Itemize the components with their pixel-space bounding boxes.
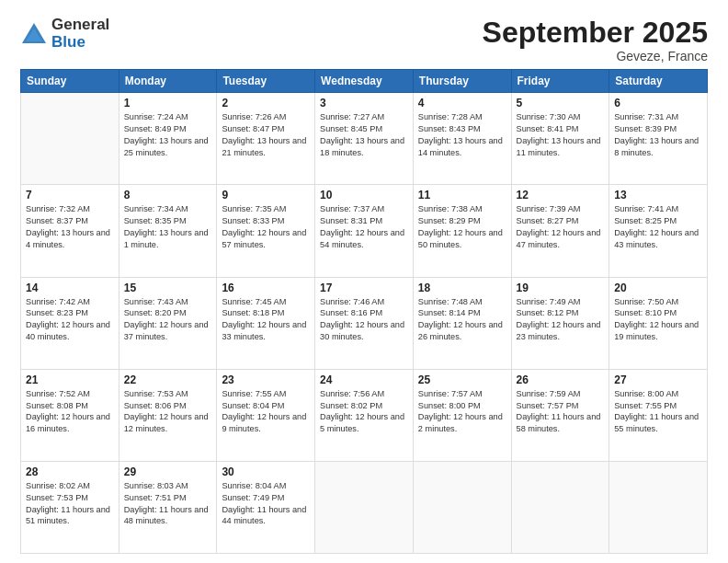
- day-number: 17: [320, 282, 408, 294]
- day-number: 19: [517, 282, 605, 294]
- day-number: 9: [222, 189, 310, 201]
- day-number: 30: [222, 465, 310, 478]
- day-cell: 10Sunrise: 7:37 AMSunset: 8:31 PMDayligh…: [315, 185, 414, 277]
- day-number: 7: [26, 189, 114, 201]
- day-info: Sunrise: 7:38 AMSunset: 8:29 PMDaylight:…: [418, 203, 506, 251]
- day-cell: 16Sunrise: 7:45 AMSunset: 8:18 PMDayligh…: [217, 277, 315, 369]
- day-info: Sunrise: 7:46 AMSunset: 8:16 PMDaylight:…: [320, 296, 408, 344]
- day-number: 4: [418, 97, 506, 109]
- day-number: 2: [222, 97, 310, 109]
- weekday-header-friday: Friday: [511, 70, 609, 93]
- day-info: Sunrise: 7:53 AMSunset: 8:06 PMDaylight:…: [124, 388, 212, 436]
- day-cell: [413, 461, 511, 553]
- weekday-header-saturday: Saturday: [609, 70, 708, 93]
- day-info: Sunrise: 7:39 AMSunset: 8:27 PMDaylight:…: [517, 203, 605, 251]
- day-cell: 3Sunrise: 7:27 AMSunset: 8:45 PMDaylight…: [315, 93, 414, 185]
- week-row-1: 7Sunrise: 7:32 AMSunset: 8:37 PMDaylight…: [21, 185, 708, 277]
- day-info: Sunrise: 7:55 AMSunset: 8:04 PMDaylight:…: [222, 388, 310, 436]
- weekday-header-monday: Monday: [119, 70, 217, 93]
- day-cell: 14Sunrise: 7:42 AMSunset: 8:23 PMDayligh…: [21, 277, 119, 369]
- day-info: Sunrise: 8:04 AMSunset: 7:49 PMDaylight:…: [222, 480, 310, 528]
- day-cell: 2Sunrise: 7:26 AMSunset: 8:47 PMDaylight…: [217, 93, 315, 185]
- day-cell: 27Sunrise: 8:00 AMSunset: 7:55 PMDayligh…: [609, 369, 708, 461]
- day-info: Sunrise: 7:35 AMSunset: 8:33 PMDaylight:…: [222, 203, 310, 251]
- day-cell: 4Sunrise: 7:28 AMSunset: 8:43 PMDaylight…: [413, 93, 511, 185]
- day-info: Sunrise: 7:34 AMSunset: 8:35 PMDaylight:…: [124, 203, 212, 251]
- day-number: 22: [124, 373, 212, 386]
- day-cell: 24Sunrise: 7:56 AMSunset: 8:02 PMDayligh…: [315, 369, 414, 461]
- day-info: Sunrise: 7:57 AMSunset: 8:00 PMDaylight:…: [418, 388, 506, 436]
- day-cell: [511, 461, 609, 553]
- day-info: Sunrise: 7:32 AMSunset: 8:37 PMDaylight:…: [26, 203, 114, 251]
- day-cell: 15Sunrise: 7:43 AMSunset: 8:20 PMDayligh…: [119, 277, 217, 369]
- day-info: Sunrise: 7:56 AMSunset: 8:02 PMDaylight:…: [320, 388, 408, 436]
- day-number: 6: [614, 97, 702, 109]
- day-number: 10: [320, 189, 408, 201]
- day-info: Sunrise: 7:42 AMSunset: 8:23 PMDaylight:…: [26, 296, 114, 344]
- day-number: 1: [124, 97, 212, 109]
- day-info: Sunrise: 7:26 AMSunset: 8:47 PMDaylight:…: [222, 111, 310, 159]
- day-cell: 20Sunrise: 7:50 AMSunset: 8:10 PMDayligh…: [609, 277, 708, 369]
- day-info: Sunrise: 8:00 AMSunset: 7:55 PMDaylight:…: [614, 388, 702, 436]
- day-cell: 23Sunrise: 7:55 AMSunset: 8:04 PMDayligh…: [217, 369, 315, 461]
- day-info: Sunrise: 7:48 AMSunset: 8:14 PMDaylight:…: [418, 296, 506, 344]
- day-cell: 1Sunrise: 7:24 AMSunset: 8:49 PMDaylight…: [119, 93, 217, 185]
- day-cell: 25Sunrise: 7:57 AMSunset: 8:00 PMDayligh…: [413, 369, 511, 461]
- day-cell: 7Sunrise: 7:32 AMSunset: 8:37 PMDaylight…: [21, 185, 119, 277]
- day-cell: 11Sunrise: 7:38 AMSunset: 8:29 PMDayligh…: [413, 185, 511, 277]
- day-info: Sunrise: 7:24 AMSunset: 8:49 PMDaylight:…: [124, 111, 212, 159]
- day-number: 21: [26, 373, 114, 386]
- day-cell: 13Sunrise: 7:41 AMSunset: 8:25 PMDayligh…: [609, 185, 708, 277]
- title-location: Geveze, France: [483, 49, 708, 63]
- day-cell: 21Sunrise: 7:52 AMSunset: 8:08 PMDayligh…: [21, 369, 119, 461]
- day-cell: 8Sunrise: 7:34 AMSunset: 8:35 PMDaylight…: [119, 185, 217, 277]
- day-cell: [21, 93, 119, 185]
- day-cell: 9Sunrise: 7:35 AMSunset: 8:33 PMDaylight…: [217, 185, 315, 277]
- header: General Blue September 2025 Geveze, Fran…: [20, 17, 708, 63]
- day-number: 18: [418, 282, 506, 294]
- day-cell: 6Sunrise: 7:31 AMSunset: 8:39 PMDaylight…: [609, 93, 708, 185]
- day-number: 23: [222, 373, 310, 386]
- day-cell: [609, 461, 708, 553]
- day-info: Sunrise: 7:37 AMSunset: 8:31 PMDaylight:…: [320, 203, 408, 251]
- day-cell: 12Sunrise: 7:39 AMSunset: 8:27 PMDayligh…: [511, 185, 609, 277]
- week-row-4: 28Sunrise: 8:02 AMSunset: 7:53 PMDayligh…: [21, 461, 708, 553]
- weekday-header-tuesday: Tuesday: [217, 70, 315, 93]
- day-cell: 17Sunrise: 7:46 AMSunset: 8:16 PMDayligh…: [315, 277, 414, 369]
- day-number: 29: [124, 465, 212, 478]
- day-info: Sunrise: 7:50 AMSunset: 8:10 PMDaylight:…: [614, 296, 702, 344]
- day-number: 3: [320, 97, 408, 109]
- week-row-3: 21Sunrise: 7:52 AMSunset: 8:08 PMDayligh…: [21, 369, 708, 461]
- logo-general: General: [51, 17, 109, 34]
- day-number: 16: [222, 282, 310, 294]
- weekday-header-row: SundayMondayTuesdayWednesdayThursdayFrid…: [21, 70, 708, 93]
- weekday-header-sunday: Sunday: [21, 70, 119, 93]
- day-number: 20: [614, 282, 702, 294]
- day-number: 27: [614, 373, 702, 386]
- day-info: Sunrise: 7:30 AMSunset: 8:41 PMDaylight:…: [517, 111, 605, 159]
- title-block: September 2025 Geveze, France: [483, 17, 708, 63]
- day-cell: 19Sunrise: 7:49 AMSunset: 8:12 PMDayligh…: [511, 277, 609, 369]
- day-cell: 26Sunrise: 7:59 AMSunset: 7:57 PMDayligh…: [511, 369, 609, 461]
- day-cell: 22Sunrise: 7:53 AMSunset: 8:06 PMDayligh…: [119, 369, 217, 461]
- day-info: Sunrise: 7:31 AMSunset: 8:39 PMDaylight:…: [614, 111, 702, 159]
- day-info: Sunrise: 8:02 AMSunset: 7:53 PMDaylight:…: [26, 480, 114, 528]
- logo: General Blue: [20, 17, 109, 51]
- day-number: 5: [517, 97, 605, 109]
- day-number: 28: [26, 465, 114, 478]
- day-info: Sunrise: 7:28 AMSunset: 8:43 PMDaylight:…: [418, 111, 506, 159]
- logo-blue: Blue: [51, 34, 109, 52]
- day-number: 13: [614, 189, 702, 201]
- page: General Blue September 2025 Geveze, Fran…: [0, 0, 728, 563]
- week-row-0: 1Sunrise: 7:24 AMSunset: 8:49 PMDaylight…: [21, 93, 708, 185]
- weekday-header-thursday: Thursday: [413, 70, 511, 93]
- day-info: Sunrise: 7:41 AMSunset: 8:25 PMDaylight:…: [614, 203, 702, 251]
- day-number: 25: [418, 373, 506, 386]
- day-cell: 28Sunrise: 8:02 AMSunset: 7:53 PMDayligh…: [21, 461, 119, 553]
- day-number: 8: [124, 189, 212, 201]
- day-cell: [315, 461, 414, 553]
- day-info: Sunrise: 8:03 AMSunset: 7:51 PMDaylight:…: [124, 480, 212, 528]
- day-number: 15: [124, 282, 212, 294]
- logo-text: General Blue: [51, 17, 109, 51]
- day-info: Sunrise: 7:52 AMSunset: 8:08 PMDaylight:…: [26, 388, 114, 436]
